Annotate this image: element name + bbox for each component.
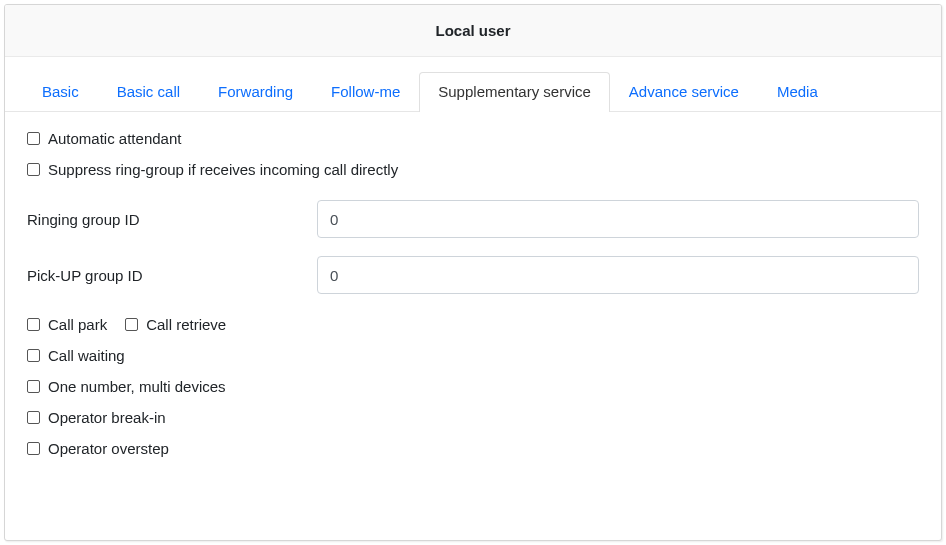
call-retrieve-label[interactable]: Call retrieve (146, 316, 226, 333)
one-number-label[interactable]: One number, multi devices (48, 378, 226, 395)
pickup-group-label: Pick-UP group ID (27, 267, 317, 284)
operator-breakin-checkbox[interactable] (27, 411, 40, 424)
operator-overstep-label[interactable]: Operator overstep (48, 440, 169, 457)
suppress-ring-group-checkbox[interactable] (27, 163, 40, 176)
call-park-item: Call park (27, 316, 107, 333)
panel-header: Local user (5, 5, 941, 57)
call-park-retrieve-row: Call park Call retrieve (27, 316, 919, 333)
operator-breakin-label[interactable]: Operator break-in (48, 409, 166, 426)
automatic-attendant-label[interactable]: Automatic attendant (48, 130, 181, 147)
form-content: Automatic attendant Suppress ring-group … (5, 112, 941, 475)
tab-media[interactable]: Media (758, 72, 837, 112)
ringing-group-row: Ringing group ID (27, 200, 919, 238)
call-retrieve-checkbox[interactable] (125, 318, 138, 331)
suppress-ring-group-label[interactable]: Suppress ring-group if receives incoming… (48, 161, 398, 178)
operator-breakin-row: Operator break-in (27, 409, 919, 426)
operator-overstep-checkbox[interactable] (27, 442, 40, 455)
tab-supplementary-service[interactable]: Supplementary service (419, 72, 610, 112)
ringing-group-label: Ringing group ID (27, 211, 317, 228)
automatic-attendant-row: Automatic attendant (27, 130, 919, 147)
tab-advance-service[interactable]: Advance service (610, 72, 758, 112)
tab-follow-me[interactable]: Follow-me (312, 72, 419, 112)
call-waiting-label[interactable]: Call waiting (48, 347, 125, 364)
operator-overstep-row: Operator overstep (27, 440, 919, 457)
call-retrieve-item: Call retrieve (125, 316, 226, 333)
call-waiting-row: Call waiting (27, 347, 919, 364)
ringing-group-input[interactable] (317, 200, 919, 238)
one-number-checkbox[interactable] (27, 380, 40, 393)
panel-title: Local user (435, 22, 510, 39)
tabs-bar: Basic Basic call Forwarding Follow-me Su… (5, 57, 941, 112)
suppress-ring-group-row: Suppress ring-group if receives incoming… (27, 161, 919, 178)
tab-forwarding[interactable]: Forwarding (199, 72, 312, 112)
one-number-row: One number, multi devices (27, 378, 919, 395)
call-waiting-checkbox[interactable] (27, 349, 40, 362)
call-park-label[interactable]: Call park (48, 316, 107, 333)
automatic-attendant-checkbox[interactable] (27, 132, 40, 145)
tab-basic[interactable]: Basic (23, 72, 98, 112)
tab-basic-call[interactable]: Basic call (98, 72, 199, 112)
local-user-panel: Local user MYVOIPAPP Basic Basic call Fo… (4, 4, 942, 541)
call-park-checkbox[interactable] (27, 318, 40, 331)
pickup-group-input[interactable] (317, 256, 919, 294)
pickup-group-row: Pick-UP group ID (27, 256, 919, 294)
